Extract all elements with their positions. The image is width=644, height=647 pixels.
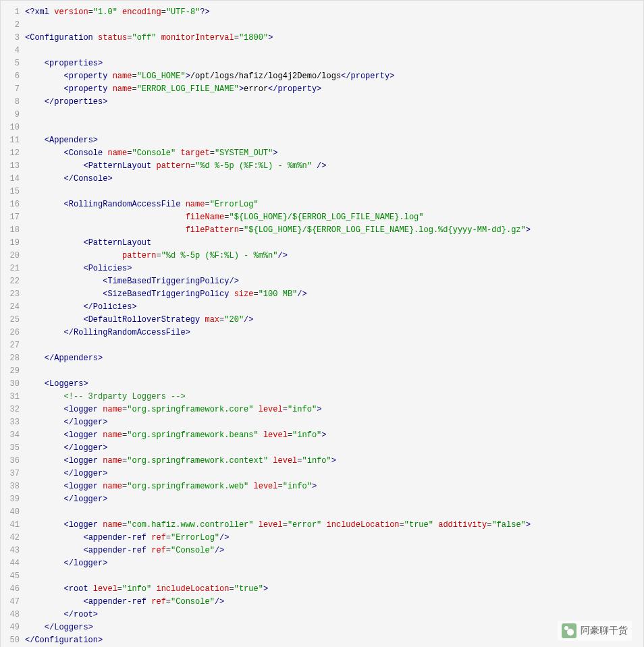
code-line: 4 (1, 45, 643, 57)
line-number: 38 (1, 480, 25, 493)
line-number: 50 (1, 634, 25, 647)
line-number: 4 (1, 45, 25, 57)
code-content: <properties> (25, 57, 643, 70)
code-line: 38 <logger name="org.springframework.web… (1, 480, 643, 493)
code-line: 46 <root level="info" includeLocation="t… (1, 583, 643, 596)
code-content: <Appenders> (25, 134, 643, 147)
line-number: 29 (1, 365, 25, 378)
line-number: 12 (1, 147, 25, 160)
line-number: 6 (1, 70, 25, 83)
code-line: 35 </logger> (1, 442, 643, 455)
code-content: </Policies> (25, 301, 643, 314)
line-number: 32 (1, 403, 25, 416)
code-line: 8 </properties> (1, 96, 643, 109)
code-line: 5 <properties> (1, 57, 643, 70)
code-content: <logger name="org.springframework.core" … (25, 403, 643, 416)
code-line: 29 (1, 365, 643, 378)
line-number: 20 (1, 250, 25, 262)
code-content (25, 45, 643, 57)
line-number: 31 (1, 391, 25, 403)
line-number: 11 (1, 134, 25, 147)
code-content: </logger> (25, 493, 643, 506)
code-line: 10 (1, 121, 643, 134)
code-content: <PatternLayout pattern="%d %-5p (%F:%L) … (25, 160, 643, 173)
code-content: <SizeBasedTriggeringPolicy size="100 MB"… (25, 288, 643, 301)
line-number: 19 (1, 237, 25, 250)
line-number: 35 (1, 442, 25, 455)
code-content (25, 339, 643, 352)
watermark: 阿豪聊干货 (558, 621, 632, 641)
code-line: 31 <!-- 3rdparty Loggers --> (1, 391, 643, 403)
line-number: 44 (1, 557, 25, 570)
code-content: <logger name="com.hafiz.www.controller" … (25, 519, 643, 532)
line-number: 48 (1, 609, 25, 621)
line-number: 34 (1, 429, 25, 442)
line-number: 28 (1, 352, 25, 365)
code-line: 23 <SizeBasedTriggeringPolicy size="100 … (1, 288, 643, 301)
code-content: </Appenders> (25, 352, 643, 365)
code-content (25, 570, 643, 583)
code-content: </Loggers> (25, 621, 643, 634)
line-number: 9 (1, 109, 25, 121)
code-line: 1<?xml version="1.0" encoding="UTF-8"?> (1, 6, 643, 19)
code-content: filePattern="${LOG_HOME}/${ERROR_LOG_FIL… (25, 224, 643, 237)
code-line: 45 (1, 570, 643, 583)
code-content: </logger> (25, 442, 643, 455)
code-content: <property name="ERROR_LOG_FILE_NAME">err… (25, 83, 643, 96)
code-content: <appender-ref ref="Console"/> (25, 544, 643, 557)
code-line: 48 </root> (1, 609, 643, 621)
code-content (25, 506, 643, 519)
code-line: 11 <Appenders> (1, 134, 643, 147)
code-line: 44 </logger> (1, 557, 643, 570)
code-content: </Console> (25, 173, 643, 186)
line-number: 27 (1, 339, 25, 352)
code-line: 32 <logger name="org.springframework.cor… (1, 403, 643, 416)
code-line: 49 </Loggers> (1, 621, 643, 634)
line-number: 45 (1, 570, 25, 583)
code-line: 24 </Policies> (1, 301, 643, 314)
code-content: </RollingRandomAccessFile> (25, 327, 643, 339)
line-number: 41 (1, 519, 25, 532)
code-content: <?xml version="1.0" encoding="UTF-8"?> (25, 6, 643, 19)
line-number: 39 (1, 493, 25, 506)
code-content (25, 109, 643, 121)
line-number: 26 (1, 327, 25, 339)
code-content: <logger name="org.springframework.beans"… (25, 429, 643, 442)
code-line: 30 <Loggers> (1, 378, 643, 391)
line-number: 33 (1, 416, 25, 429)
code-line: 12 <Console name="Console" target="SYSTE… (1, 147, 643, 160)
line-number: 16 (1, 198, 25, 211)
code-line: 19 <PatternLayout (1, 237, 643, 250)
code-content: <appender-ref ref="Console"/> (25, 596, 643, 609)
code-line: 20 pattern="%d %-5p (%F:%L) - %m%n"/> (1, 250, 643, 262)
line-number: 18 (1, 224, 25, 237)
code-content: <property name="LOG_HOME">/opt/logs/hafi… (25, 70, 643, 83)
code-line: 33 </logger> (1, 416, 643, 429)
code-line: 7 <property name="ERROR_LOG_FILE_NAME">e… (1, 83, 643, 96)
code-line: 37 </logger> (1, 468, 643, 480)
line-number: 47 (1, 596, 25, 609)
code-line: 43 <appender-ref ref="Console"/> (1, 544, 643, 557)
line-number: 3 (1, 32, 25, 45)
code-content: <Policies> (25, 262, 643, 275)
code-content: <RollingRandomAccessFile name="ErrorLog" (25, 198, 643, 211)
line-number: 37 (1, 468, 25, 480)
line-number: 5 (1, 57, 25, 70)
code-line: 3<Configuration status="off" monitorInte… (1, 32, 643, 45)
code-content: <TimeBasedTriggeringPolicy/> (25, 275, 643, 288)
line-number: 30 (1, 378, 25, 391)
code-content: </properties> (25, 96, 643, 109)
code-content: <DefaultRolloverStrategy max="20"/> (25, 314, 643, 327)
line-number: 14 (1, 173, 25, 186)
code-line: 18 filePattern="${LOG_HOME}/${ERROR_LOG_… (1, 224, 643, 237)
code-line: 22 <TimeBasedTriggeringPolicy/> (1, 275, 643, 288)
code-line: 36 <logger name="org.springframework.con… (1, 455, 643, 468)
wechat-icon (562, 623, 576, 638)
code-block: 1<?xml version="1.0" encoding="UTF-8"?>2… (0, 0, 644, 647)
code-line: 34 <logger name="org.springframework.bea… (1, 429, 643, 442)
code-line: 14 </Console> (1, 173, 643, 186)
code-line: 42 <appender-ref ref="ErrorLog"/> (1, 532, 643, 544)
code-line: 40 (1, 506, 643, 519)
line-number: 8 (1, 96, 25, 109)
code-line: 21 <Policies> (1, 262, 643, 275)
